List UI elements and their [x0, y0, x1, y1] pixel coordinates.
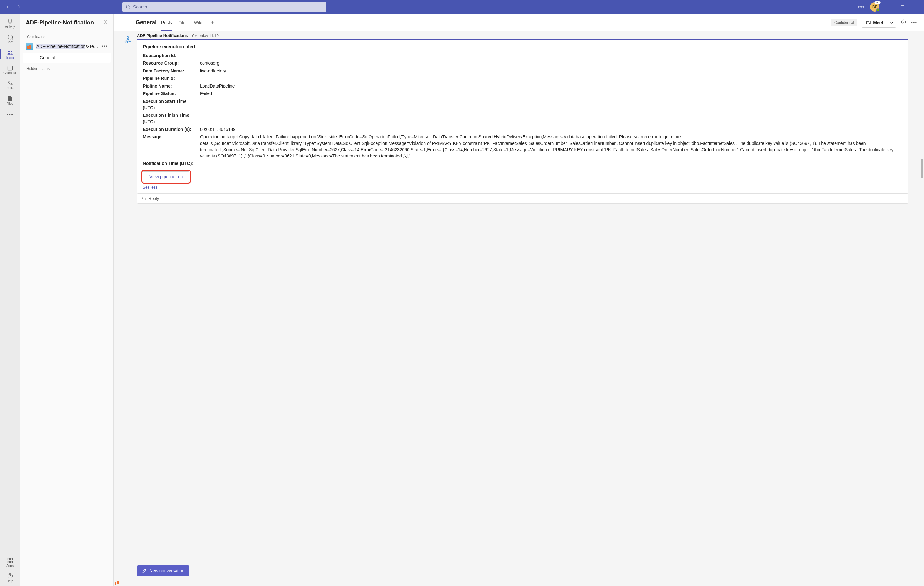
svg-point-13 [127, 39, 129, 42]
meet-label: Meet [873, 20, 883, 25]
nav-forward-button[interactable] [15, 3, 23, 11]
channel-title: General [135, 19, 157, 26]
card-field: Resource Group:contosorg [143, 60, 903, 66]
rail-activity[interactable]: Activity [0, 16, 20, 32]
field-value [200, 160, 903, 166]
phone-icon [0, 80, 20, 87]
svg-point-3 [11, 51, 12, 53]
card-field: Data Factory Name:live-adfactory [143, 68, 903, 74]
tab-wiki[interactable]: Wiki [194, 14, 202, 31]
field-key: Execution Duration (s): [143, 126, 200, 132]
card-field: Subscription Id: [143, 53, 903, 59]
profile-avatar[interactable]: BF MS [870, 2, 879, 12]
field-value: Failed [200, 91, 903, 97]
card-field: Pipline Name:LoadDataPipeline [143, 83, 903, 89]
search-input[interactable] [133, 4, 323, 10]
see-less-link[interactable]: See less [143, 185, 157, 189]
presence-available-icon [876, 8, 880, 12]
field-key: Pipeline Status: [143, 91, 200, 97]
meet-split-button: Meet [861, 18, 896, 28]
rail-teams[interactable]: Teams [0, 47, 20, 63]
team-row[interactable]: ADF-Pipeline-Notifications-Tea... ••• [20, 41, 113, 52]
rail-help[interactable]: Help [0, 571, 20, 586]
message: ADF Pipeline Notifications Yesterday 11:… [122, 33, 908, 204]
field-value: live-adfactory [200, 68, 903, 74]
view-pipeline-run-button[interactable]: View pipeline run [143, 171, 189, 182]
reply-button[interactable]: Reply [137, 194, 908, 204]
new-conversation-button[interactable]: New conversation [137, 565, 189, 576]
rail-calendar[interactable]: Calendar [0, 63, 20, 78]
scrollbar-thumb[interactable] [921, 159, 923, 178]
field-value: 00:00:11.8646189 [200, 126, 903, 132]
calendar-icon [0, 64, 20, 71]
meet-button[interactable]: Meet [862, 18, 887, 27]
search-icon [125, 4, 130, 10]
conversation-scroll[interactable]: ADF Pipeline Notifications Yesterday 11:… [114, 31, 924, 559]
field-key: Execution Finish Time (UTC): [143, 112, 200, 125]
teams-side-pane: ADF-Pipeline-Notification Your teams ADF… [20, 14, 114, 586]
compose-area: New conversation [114, 559, 924, 586]
svg-point-2 [8, 51, 10, 52]
message-sender: ADF Pipeline Notifications [137, 33, 188, 38]
team-more-button[interactable]: ••• [101, 44, 108, 49]
reply-icon [142, 196, 146, 201]
side-pane-title: ADF-Pipeline-Notification [26, 20, 94, 26]
tab-files[interactable]: Files [178, 14, 188, 31]
tab-posts[interactable]: Posts [161, 14, 172, 31]
settings-more-button[interactable]: ••• [857, 4, 866, 10]
search-box[interactable] [122, 2, 326, 12]
svg-rect-6 [10, 558, 12, 560]
card-field: Execution Finish Time (UTC): [143, 112, 903, 125]
rail-calls[interactable]: Calls [0, 78, 20, 93]
svg-rect-8 [10, 561, 12, 563]
field-key: Pipeline RunId: [143, 75, 200, 82]
add-tab-button[interactable]: + [208, 19, 216, 26]
card-field: Message:Operation on target Copy data1 f… [143, 133, 903, 159]
field-key: Pipline Name: [143, 83, 200, 89]
field-key: Resource Group: [143, 60, 200, 66]
rail-label: Help [0, 579, 20, 583]
your-teams-label: Your teams [20, 31, 113, 41]
rail-more-button[interactable]: ••• [7, 109, 13, 122]
svg-rect-10 [866, 21, 870, 24]
message-timestamp: Yesterday 11:19 [191, 34, 218, 38]
svg-point-0 [126, 5, 129, 8]
nav-back-button[interactable] [3, 3, 12, 11]
bot-avatar-icon [122, 35, 133, 45]
card-title: Pipeline execution alert [143, 44, 903, 49]
rail-apps[interactable]: Apps [0, 555, 20, 571]
rail-chat[interactable]: Chat [0, 32, 20, 47]
team-name: ADF-Pipeline-Notifications-Tea... [36, 44, 98, 49]
svg-rect-5 [8, 558, 10, 560]
confidential-badge: Confidential [831, 19, 857, 26]
svg-rect-7 [8, 561, 10, 563]
rail-label: Apps [0, 564, 20, 568]
field-value [200, 75, 903, 82]
channel-general[interactable]: General [23, 53, 111, 63]
field-value [200, 53, 903, 59]
rail-label: Chat [0, 41, 20, 44]
rail-label: Files [0, 102, 20, 105]
chat-icon [0, 34, 20, 41]
svg-point-12 [127, 37, 129, 39]
side-close-button[interactable] [103, 20, 108, 25]
field-key: Data Factory Name: [143, 68, 200, 74]
field-value [200, 98, 903, 111]
window-maximize-button[interactable] [897, 3, 908, 11]
avatar-initials: BF [872, 5, 877, 9]
meet-dropdown-button[interactable] [887, 18, 896, 27]
channel-header: General Posts Files Wiki + Confidential … [114, 14, 924, 31]
window-close-button[interactable] [910, 3, 921, 11]
rail-files[interactable]: Files [0, 93, 20, 109]
channel-more-button[interactable]: ••• [911, 20, 917, 25]
rail-label: Teams [0, 56, 20, 59]
window-minimize-button[interactable] [884, 3, 894, 11]
field-key: Message: [143, 133, 200, 159]
hidden-teams-label[interactable]: Hidden teams [20, 63, 113, 73]
card-field: Execution Start Time (UTC): [143, 98, 903, 111]
channel-info-button[interactable] [901, 19, 906, 26]
compose-label: New conversation [149, 568, 184, 573]
bell-icon [0, 18, 20, 25]
rail-label: Activity [0, 25, 20, 28]
teams-icon [0, 49, 20, 56]
